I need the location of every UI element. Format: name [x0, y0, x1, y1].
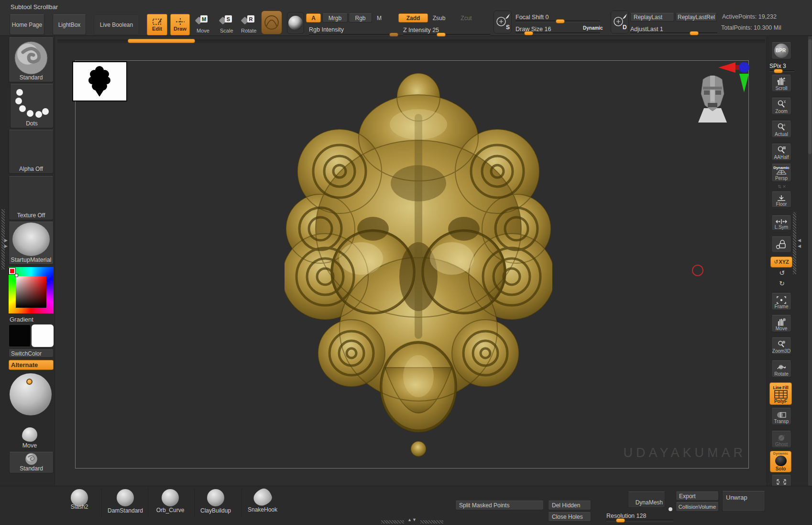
menu-title[interactable]: Subtool Scrollbar [11, 3, 58, 11]
a-button[interactable]: A [306, 13, 321, 22]
zcut-button[interactable]: Zcut [458, 13, 474, 22]
spix-handle[interactable] [774, 69, 783, 73]
export-button[interactable]: Export [676, 491, 719, 501]
material-selector[interactable]: StartupMaterial [9, 222, 54, 265]
quick-brush-snakehook[interactable]: SnakeHook [246, 489, 279, 514]
current-brush-button[interactable] [261, 11, 282, 34]
draw-size-handle[interactable] [524, 31, 533, 35]
transp-button[interactable]: Transp [771, 408, 791, 425]
main-color-swatch[interactable] [9, 324, 31, 347]
right-tray-scrollbar[interactable] [793, 212, 796, 274]
lsym-icon [776, 219, 787, 224]
alpha-preview[interactable] [72, 61, 127, 101]
draw-button[interactable]: Draw [170, 14, 190, 35]
alpha-silhouette [73, 62, 126, 101]
adjust-last-handle[interactable] [690, 31, 699, 35]
sculpture-model[interactable] [285, 71, 552, 458]
unwrap-button[interactable]: Unwrap [722, 491, 765, 512]
stroke-selector[interactable]: Dots [10, 84, 54, 128]
dynamesh-option-dot[interactable] [669, 507, 672, 511]
solo-dynamic-label: Dynamic [773, 451, 788, 456]
texture-selector[interactable]: Texture Off [9, 176, 54, 220]
replay-stroke-button[interactable]: D [611, 11, 629, 34]
rotate-y-icon[interactable]: ↺ [778, 269, 786, 277]
left-tray-expander[interactable]: ▶▶ [4, 237, 11, 250]
rgb-button[interactable]: Rgb [349, 13, 372, 22]
floor-button[interactable]: Floor [771, 191, 791, 208]
replay-last-rel-button[interactable]: ReplayLastRel [676, 13, 717, 22]
rotate-tool-button[interactable]: R Rotate [240, 14, 258, 34]
resolution-slider[interactable]: Resolution 128 [606, 511, 673, 521]
alternate-button[interactable]: Alternate [9, 360, 54, 370]
resolution-handle[interactable] [616, 518, 625, 523]
stroke-curve-button[interactable]: S [494, 11, 512, 34]
move-view-button[interactable]: Move [771, 315, 791, 332]
alpha-selector[interactable]: Alpha Off [9, 130, 54, 174]
spix-slider[interactable]: SPix 3 [769, 61, 794, 72]
current-material-button[interactable] [287, 12, 304, 34]
rotate-z-icon[interactable]: ↻ [778, 279, 786, 288]
switch-color-button[interactable]: SwitchColor [9, 349, 54, 357]
svg-text:S: S [506, 24, 510, 31]
zadd-button[interactable]: Zadd [398, 13, 428, 22]
mrgb-button[interactable]: Mrgb [322, 13, 348, 22]
scroll-button[interactable]: Scroll [771, 75, 791, 92]
actual-button[interactable]: x1 Actual [771, 121, 791, 138]
secondary-color-swatch[interactable] [32, 324, 54, 347]
aahalf-button[interactable]: AAHalf [771, 144, 791, 161]
adjust-last-slider[interactable]: AdjustLast 1 [630, 24, 717, 34]
solo-button[interactable]: Dynamic Solo [770, 451, 791, 472]
polyf-button[interactable]: Line Fill PolyF [769, 382, 792, 405]
m-button[interactable]: M [373, 13, 385, 22]
dynamic-mode-label[interactable]: Dynamic [583, 25, 603, 31]
gradient-label[interactable]: Gradient [10, 316, 33, 323]
subtool-scrollbar-right[interactable] [420, 520, 443, 524]
lightbox-button[interactable]: LightBox [53, 14, 86, 35]
edit-button[interactable]: Edit [147, 14, 167, 35]
subtool-scrollbar-left[interactable] [381, 520, 404, 524]
ghost-button[interactable]: Ghost [771, 431, 791, 448]
scale-tool-button[interactable]: S Scale [218, 14, 235, 34]
lsym-button[interactable]: L.Sym [771, 215, 791, 231]
rotate-view-button[interactable]: Rotate [771, 360, 791, 378]
window-scrollbar-thumb[interactable] [808, 39, 812, 154]
home-page-button[interactable]: Home Page [10, 14, 44, 35]
focal-shift-slider[interactable]: Focal Shift 0 [516, 12, 600, 22]
material-thumb [12, 223, 50, 256]
quick-brush-claybuildup[interactable]: ClayBuildup [198, 489, 233, 514]
color-picker[interactable] [9, 267, 54, 313]
total-points-stat: TotalPoints: 10.300 Mil [721, 24, 781, 31]
dynamesh-button[interactable]: DynaMesh [628, 491, 665, 508]
quick-brush-damstandard[interactable]: DamStandard [106, 489, 144, 514]
quick-brush-move[interactable]: Move [20, 427, 39, 449]
del-hidden-button[interactable]: Del Hidden [548, 501, 591, 510]
brush-selector[interactable]: Standard [9, 37, 54, 82]
live-boolean-button[interactable]: Live Boolean [94, 14, 139, 35]
collision-volume-button[interactable]: CollisionVolume [676, 502, 719, 512]
rotate-xyz-button[interactable]: ↺ XYZ [770, 257, 792, 268]
right-tray-expander[interactable]: ◀◀ [798, 237, 804, 250]
zsub-button[interactable]: Zsub [429, 13, 449, 22]
axis-gizmo[interactable] [717, 56, 751, 94]
zoom3d-button[interactable]: Zoom3D [771, 337, 791, 355]
lock-camera-icon [776, 239, 787, 250]
bpr-button[interactable]: BPR [771, 42, 791, 59]
rgb-intensity-slider[interactable]: Rgb Intensity [309, 25, 397, 35]
frame-button[interactable]: Frame [771, 293, 791, 310]
subtool-scrollbar-arrows[interactable]: ▲▼ [405, 517, 419, 524]
close-holes-button[interactable]: Close Holes [548, 512, 591, 522]
quick-brush-slash2[interactable]: Slash2 [66, 489, 93, 513]
quick-brush-standard[interactable]: Standard [9, 452, 54, 473]
move-tool-button[interactable]: M Move [195, 14, 211, 34]
focal-shift-handle[interactable] [556, 19, 565, 23]
zoom-button[interactable]: Zoom [771, 98, 791, 115]
color-sv-square[interactable] [16, 276, 46, 308]
top-tray-scrollbar-thumb[interactable] [128, 39, 195, 43]
z-intensity-slider[interactable]: Z Intensity 25 [403, 25, 490, 35]
persp-button[interactable]: Dynamic Persp [771, 164, 791, 182]
replay-last-button[interactable]: ReplayLast [630, 13, 674, 22]
quick-brush-orbcurve[interactable]: Orb_Curve [154, 489, 187, 514]
lock-camera-button[interactable] [771, 236, 791, 253]
xyz-rotate-icon: ↺ [774, 259, 778, 265]
split-masked-points-button[interactable]: Split Masked Points [455, 501, 544, 510]
